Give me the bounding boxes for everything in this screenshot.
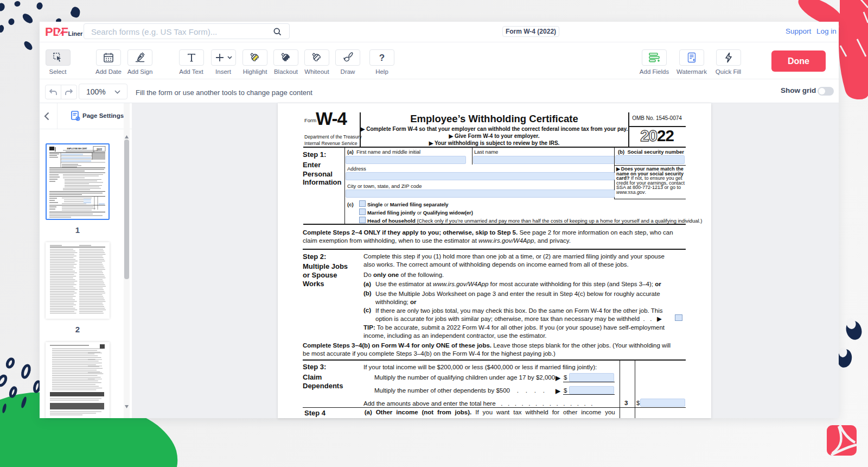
svg-text:2022: 2022: [97, 148, 103, 150]
svg-text:?: ?: [379, 53, 385, 63]
svg-text:EMPLOYEE WH CERT: EMPLOYEE WH CERT: [67, 148, 88, 150]
